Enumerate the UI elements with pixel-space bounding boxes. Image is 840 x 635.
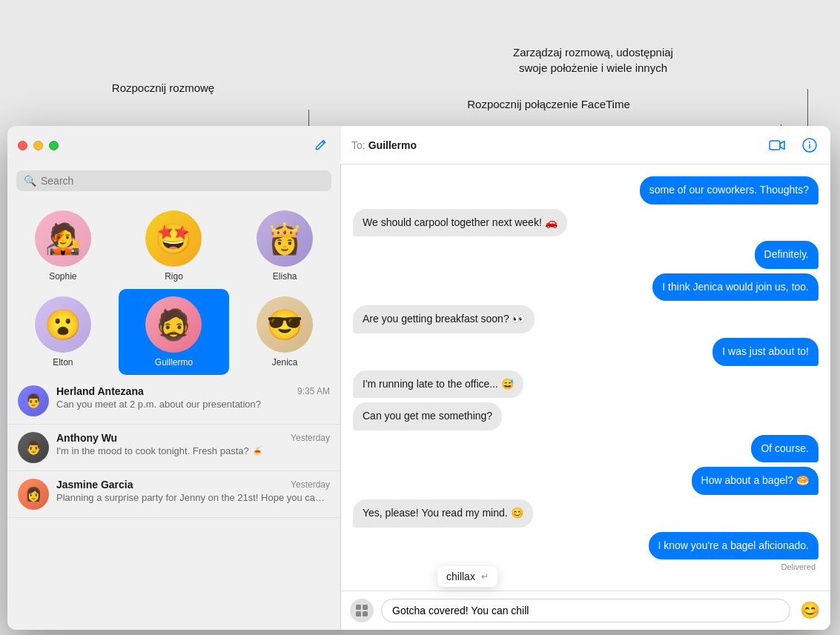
message-row: Yes, please! You read my mind. 😊 <box>353 499 818 528</box>
avatar-elton: 😮 <box>35 296 91 353</box>
message-row: We should carpool together next week! 🚗 <box>353 209 818 237</box>
titlebar-left <box>7 126 341 164</box>
pinned-contact-elisha[interactable]: 👸 Elisha <box>229 203 340 289</box>
message-bubble: I know you're a bagel aficionado. <box>649 532 818 560</box>
traffic-lights <box>18 141 59 150</box>
emoji-button[interactable]: 😊 <box>798 599 821 622</box>
conv-preview-herland: Can you meet at 2 p.m. about our present… <box>56 399 330 411</box>
messages-window: To: Guillermo 🔍 <box>7 126 830 630</box>
input-area: chillax ↵ 😊 <box>341 591 830 630</box>
message-bubble: I'm running late to the office... 😅 <box>353 370 523 399</box>
conv-content-herland: Herland Antezana 9:35 AM Can you meet at… <box>56 385 330 411</box>
annotation-manage: Zarządzaj rozmową, udostępniaj swoje poł… <box>467 44 719 76</box>
message-bubble: I was just about to! <box>712 338 818 366</box>
svg-rect-5 <box>363 605 368 610</box>
conv-content-jasmine: Jasmine Garcia Yesterday Planning a surp… <box>56 479 330 505</box>
details-button[interactable] <box>799 135 820 156</box>
conv-time-jasmine: Yesterday <box>291 479 330 490</box>
contact-name-rigo: Rigo <box>165 271 183 282</box>
delivered-label: Delivered <box>353 562 816 571</box>
svg-rect-4 <box>356 605 361 610</box>
conversation-jasmine[interactable]: 👩 Jasmine Garcia Yesterday Planning a su… <box>7 471 340 518</box>
search-icon: 🔍 <box>24 175 36 187</box>
conv-time-anthony: Yesterday <box>291 433 330 443</box>
svg-rect-6 <box>356 611 361 616</box>
svg-rect-0 <box>770 141 780 150</box>
message-bubble: I think Jenica would join us, too. <box>652 273 818 302</box>
message-row: I know you're a bagel aficionado. <box>353 532 818 560</box>
annotation-start-conversation: Rozpocznij rozmowę <box>89 80 237 96</box>
pinned-contact-rigo[interactable]: 🤩 Rigo <box>119 203 230 289</box>
pinned-contacts-grid: 🧑‍🎤 Sophie 🤩 Rigo 👸 Elisha <box>7 200 340 378</box>
avatar-jenica: 😎 <box>257 296 313 353</box>
compose-button[interactable] <box>310 135 331 156</box>
chat-header-actions <box>767 135 820 156</box>
autocomplete-popup[interactable]: chillax ↵ <box>437 566 497 587</box>
message-bubble: Definitely. <box>755 241 818 269</box>
message-bubble: Are you getting breakfast soon? 👀 <box>353 305 535 333</box>
annotation-facetime: Rozpocznij połączenie FaceTime <box>445 96 652 112</box>
svg-rect-7 <box>363 611 368 616</box>
avatar-elisha: 👸 <box>257 210 313 267</box>
message-row: I think Jenica would join us, too. <box>353 273 818 302</box>
pinned-contact-guillermo[interactable]: 🧔 Guillermo <box>119 289 230 375</box>
chat-area: some of our coworkers. Thoughts? We shou… <box>341 126 830 630</box>
contact-name-elton: Elton <box>53 357 73 368</box>
chat-header: To: Guillermo <box>341 126 830 164</box>
conversation-anthony[interactable]: 👨 Anthony Wu Yesterday I'm in the mood t… <box>7 425 340 471</box>
minimize-button[interactable] <box>33 141 43 150</box>
message-bubble: some of our coworkers. Thoughts? <box>640 176 818 205</box>
message-row: I'm running late to the office... 😅 <box>353 370 818 399</box>
message-bubble: Of course. <box>751 435 818 463</box>
sidebar: 🔍 🧑‍🎤 Sophie 🤩 Rigo 👸 <box>7 126 341 630</box>
conv-preview-jasmine: Planning a surprise party for Jenny on t… <box>56 492 330 505</box>
conv-name-jasmine: Jasmine Garcia <box>56 479 133 491</box>
fullscreen-button[interactable] <box>49 141 59 150</box>
avatar-rigo: 🤩 <box>145 210 202 267</box>
contact-name-elisha: Elisha <box>273 271 297 282</box>
pinned-contact-elton[interactable]: 😮 Elton <box>7 289 119 375</box>
conv-name-herland: Herland Antezana <box>56 385 144 397</box>
close-button[interactable] <box>18 141 27 150</box>
apps-button[interactable] <box>350 599 374 622</box>
svg-rect-2 <box>809 144 810 148</box>
contact-name-jenica: Jenica <box>272 357 298 368</box>
conv-content-anthony: Anthony Wu Yesterday I'm in the mood to … <box>56 432 330 458</box>
message-bubble: Can you get me something? <box>353 402 502 430</box>
message-row: Of course. <box>353 435 818 463</box>
annotation-line-compose <box>308 110 309 126</box>
recipient-name: Guillermo <box>368 139 417 151</box>
conversation-list: 👨 Herland Antezana 9:35 AM Can you meet … <box>7 378 340 630</box>
message-row: I was just about to! <box>353 338 818 366</box>
autocomplete-arrow: ↵ <box>481 571 489 582</box>
message-bubble: How about a bagel? 🥯 <box>692 467 818 495</box>
contact-name-guillermo: Guillermo <box>155 357 193 368</box>
contact-name-sophie: Sophie <box>49 271 76 282</box>
conv-name-anthony: Anthony Wu <box>56 432 117 444</box>
pinned-contact-jenica[interactable]: 😎 Jenica <box>229 289 340 375</box>
pinned-contact-sophie[interactable]: 🧑‍🎤 Sophie <box>7 203 119 289</box>
avatar-anthony: 👨 <box>18 432 49 463</box>
facetime-button[interactable] <box>767 135 787 156</box>
search-bar[interactable]: 🔍 <box>16 170 331 191</box>
message-row: some of our coworkers. Thoughts? <box>353 176 818 205</box>
conversation-herland[interactable]: 👨 Herland Antezana 9:35 AM Can you meet … <box>7 378 340 425</box>
avatar-herland: 👨 <box>18 385 49 416</box>
avatar-sophie: 🧑‍🎤 <box>35 210 91 267</box>
message-row: How about a bagel? 🥯 <box>353 467 818 495</box>
message-row: Are you getting breakfast soon? 👀 <box>353 305 818 333</box>
svg-point-3 <box>809 142 810 143</box>
autocomplete-word: chillax <box>446 571 475 582</box>
message-bubble: We should carpool together next week! 🚗 <box>353 209 567 237</box>
avatar-jasmine: 👩 <box>18 479 49 510</box>
messages-container: some of our coworkers. Thoughts? We shou… <box>341 164 830 591</box>
search-input[interactable] <box>41 175 324 187</box>
message-row: Definitely. <box>353 241 818 269</box>
annotation-line-manage <box>807 89 808 126</box>
message-bubble: Yes, please! You read my mind. 😊 <box>353 499 533 528</box>
message-input[interactable] <box>381 599 790 622</box>
message-row: Can you get me something? <box>353 402 818 430</box>
avatar-guillermo: 🧔 <box>145 296 202 353</box>
conv-time-herland: 9:35 AM <box>297 386 330 396</box>
conv-preview-anthony: I'm in the mood to cook tonight. Fresh p… <box>56 445 330 458</box>
